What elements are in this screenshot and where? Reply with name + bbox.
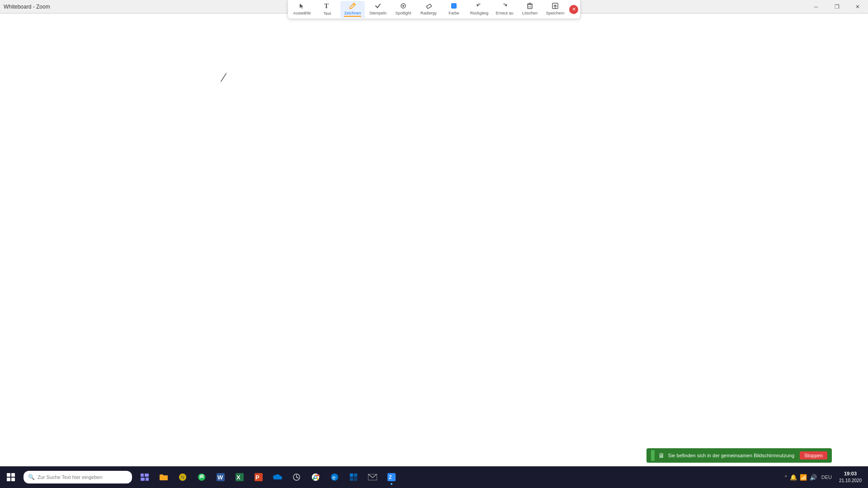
- share-monitor-icon: 🖥: [658, 452, 665, 459]
- whiteboard-canvas[interactable]: [0, 14, 868, 470]
- svg-text:X: X: [236, 474, 241, 481]
- svg-text:Z: Z: [389, 474, 392, 480]
- svg-line-32: [297, 477, 298, 478]
- share-notification-text: Sie befinden sich in der gemeinsamen Bil…: [668, 453, 794, 458]
- svg-rect-43: [354, 478, 357, 481]
- tray-date: 21.10.2020: [839, 478, 862, 484]
- titlebar-title: Whiteboard - Zoom: [4, 4, 50, 10]
- svg-rect-19: [146, 478, 149, 481]
- taskbar-app-clock[interactable]: [288, 468, 306, 486]
- svg-rect-18: [141, 478, 145, 481]
- tool-spotlight[interactable]: Spotlight: [391, 1, 415, 18]
- tool-text[interactable]: TText: [315, 1, 340, 18]
- tool-stamp[interactable]: Stempeln: [366, 1, 390, 18]
- tray-icons: ^ 🔔 📶 🔊: [785, 474, 817, 481]
- spotlight-icon: [400, 3, 406, 10]
- svg-line-1: [353, 4, 354, 5]
- tray-notification-icon[interactable]: 🔔: [790, 474, 797, 481]
- stamp-icon: [375, 3, 381, 10]
- pencil-cursor-indicator: [220, 72, 227, 82]
- toolbar-close-button[interactable]: ✕: [569, 5, 578, 14]
- tray-chevron[interactable]: ^: [785, 475, 787, 480]
- save-label: Speichern: [546, 11, 565, 16]
- select-icon: [299, 3, 305, 10]
- color-icon: [451, 3, 457, 10]
- taskbar-app-taskview[interactable]: [136, 468, 154, 486]
- svg-text:e: e: [332, 474, 335, 481]
- tool-select[interactable]: Auswähle: [290, 1, 314, 18]
- windows-icon: [7, 473, 15, 481]
- text-icon: T: [324, 2, 330, 11]
- stamp-label: Stempeln: [369, 11, 387, 16]
- delete-icon: [527, 3, 533, 10]
- tool-redo[interactable]: Erneut au: [492, 1, 517, 18]
- tray-network-icon[interactable]: 📶: [800, 474, 807, 481]
- draw-icon: [349, 3, 356, 10]
- text-label: Text: [324, 12, 331, 16]
- taskbar-app-chrome[interactable]: [307, 468, 325, 486]
- taskbar-app-photos[interactable]: [344, 468, 363, 486]
- tool-save[interactable]: Speichern: [543, 1, 567, 18]
- tray-volume-icon[interactable]: 🔊: [810, 474, 817, 481]
- color-label: Farbe: [448, 11, 459, 16]
- taskbar-app-word[interactable]: W: [212, 468, 230, 486]
- svg-text:N: N: [181, 474, 184, 480]
- svg-line-15: [221, 81, 221, 82]
- tray-time: 19:03: [844, 470, 857, 477]
- draw-label: Zeichnen: [344, 11, 361, 16]
- share-green-indicator: [651, 450, 655, 461]
- toolbar: AuswähleTTextZeichnenStempelnSpotlightRa…: [288, 0, 580, 19]
- svg-rect-41: [354, 474, 357, 477]
- close-button[interactable]: ✕: [847, 0, 868, 14]
- taskbar-app-folder[interactable]: [155, 468, 173, 486]
- search-icon: 🔍: [28, 474, 35, 480]
- eraser-icon: [425, 3, 432, 10]
- svg-text:P: P: [255, 474, 259, 481]
- svg-point-3: [402, 5, 404, 7]
- taskbar-app-onedrive[interactable]: [269, 468, 287, 486]
- spotlight-label: Spotlight: [395, 11, 411, 16]
- svg-line-13: [221, 74, 226, 81]
- restore-button[interactable]: ❐: [826, 0, 847, 14]
- tool-undo[interactable]: Rückgäng: [467, 1, 491, 18]
- taskbar-app-zoom[interactable]: Z: [382, 468, 401, 486]
- taskbar-app-mail[interactable]: [363, 468, 382, 486]
- tool-delete[interactable]: Löschen: [518, 1, 542, 18]
- svg-rect-40: [350, 474, 353, 477]
- svg-rect-16: [141, 474, 144, 477]
- share-stop-button[interactable]: Stoppen: [800, 451, 827, 460]
- window-controls: ─ ❐ ✕: [806, 0, 868, 14]
- svg-rect-42: [350, 478, 353, 481]
- svg-rect-17: [145, 474, 149, 477]
- taskbar-app-ppt[interactable]: P: [250, 468, 268, 486]
- start-button[interactable]: [0, 466, 22, 488]
- taskbar-app-edge[interactable]: e: [326, 468, 344, 486]
- redo-label: Erneut au: [495, 11, 513, 16]
- minimize-button[interactable]: ─: [806, 0, 826, 14]
- tool-draw[interactable]: Zeichnen: [340, 1, 365, 18]
- svg-rect-4: [426, 4, 432, 9]
- tray-clock[interactable]: 19:03 21.10.2020: [836, 470, 864, 483]
- svg-point-36: [315, 476, 316, 478]
- taskbar-app-excel[interactable]: X: [231, 468, 249, 486]
- taskbar-apps: NWXPeZ: [136, 468, 401, 486]
- taskbar-app-spotify[interactable]: [193, 468, 211, 486]
- tool-color[interactable]: Farbe: [442, 1, 466, 18]
- svg-text:T: T: [324, 2, 329, 9]
- tool-eraser[interactable]: Radiergу: [416, 1, 441, 18]
- save-icon: [552, 3, 558, 10]
- select-label: Auswähle: [293, 11, 311, 16]
- toolbar-tools: AuswähleTTextZeichnenStempelnSpotlightRa…: [290, 1, 567, 18]
- redo-icon: [501, 3, 508, 10]
- undo-icon: [476, 3, 482, 10]
- delete-label: Löschen: [522, 11, 538, 16]
- taskbar-app-norton[interactable]: N: [174, 468, 192, 486]
- svg-rect-5: [451, 3, 457, 9]
- system-tray: ^ 🔔 📶 🔊 DEU 19:03 21.10.2020: [781, 466, 868, 488]
- search-placeholder: Zur Suche Text hier eingeben: [38, 474, 103, 480]
- taskbar-search[interactable]: 🔍 Zur Suche Text hier eingeben: [24, 471, 132, 483]
- taskbar: 🔍 Zur Suche Text hier eingeben NWXPeZ ^ …: [0, 466, 868, 488]
- undo-label: Rückgäng: [470, 11, 489, 16]
- svg-line-14: [226, 73, 227, 74]
- tray-language[interactable]: DEU: [821, 474, 832, 480]
